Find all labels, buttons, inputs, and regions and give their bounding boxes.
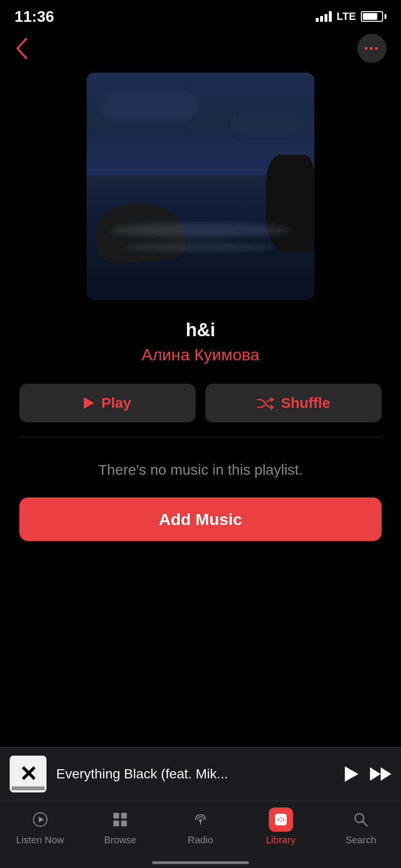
album-x-mark: ✕ [19, 763, 37, 785]
shuffle-icon [257, 396, 274, 410]
radio-icon [188, 807, 213, 832]
tab-bar: Listen Now Browse Radio [0, 800, 401, 868]
tab-library-label: Library [266, 835, 295, 846]
album-art-container [0, 68, 401, 315]
svg-rect-5 [121, 821, 127, 826]
svg-rect-4 [113, 821, 119, 826]
play-button[interactable]: Play [19, 384, 196, 422]
tab-search-label: Search [345, 835, 376, 846]
home-indicator [152, 861, 249, 864]
tab-listen-now-label: Listen Now [16, 835, 64, 846]
mini-track-info: Everything Black (feat. Mik... [56, 766, 335, 782]
empty-message: There's no music in this playlist. [19, 462, 382, 478]
status-time: 11:36 [15, 8, 54, 26]
status-icons: LTE [316, 10, 386, 23]
tab-radio[interactable]: Radio [160, 807, 241, 846]
signal-bars [316, 11, 332, 22]
album-art [87, 73, 314, 300]
tab-browse[interactable]: Browse [80, 807, 161, 846]
lte-label: LTE [337, 10, 356, 23]
svg-rect-2 [113, 813, 119, 819]
play-label: Play [101, 395, 131, 411]
browse-icon [108, 807, 132, 832]
shuffle-button[interactable]: Shuffle [205, 384, 382, 422]
mini-playback-controls [345, 766, 391, 782]
status-bar: 11:36 LTE [0, 0, 401, 29]
tab-browse-label: Browse [104, 835, 137, 846]
more-icon: ••• [364, 42, 380, 55]
song-title: h&i [19, 320, 382, 341]
back-button[interactable] [15, 37, 29, 60]
svg-line-11 [363, 822, 367, 826]
listen-now-icon [28, 807, 52, 832]
nav-bar: ••• [0, 29, 401, 68]
svg-marker-1 [39, 817, 44, 822]
mini-track-title: Everything Black (feat. Mik... [56, 766, 335, 782]
tab-library[interactable]: Library [241, 807, 321, 846]
add-music-button[interactable]: Add Music [19, 497, 382, 541]
svg-rect-3 [121, 813, 127, 819]
mini-player[interactable]: ✕ Everything Black (feat. Mik... [0, 747, 401, 800]
more-button[interactable]: ••• [357, 34, 386, 63]
play-icon [84, 397, 94, 409]
tab-listen-now[interactable]: Listen Now [0, 807, 80, 846]
playback-controls: Play Shuffle [0, 379, 401, 437]
song-info: h&i Алина Куимова [0, 315, 401, 379]
mini-album-art: ✕ [10, 756, 46, 792]
mini-fast-forward-button[interactable] [370, 767, 391, 781]
add-music-label: Add Music [159, 510, 242, 529]
shuffle-label: Shuffle [281, 395, 330, 411]
search-icon [349, 807, 373, 832]
mini-play-button[interactable] [345, 766, 358, 782]
battery-indicator [361, 11, 386, 22]
library-icon-active [269, 807, 293, 832]
song-artist: Алина Куимова [19, 345, 382, 364]
svg-point-9 [279, 818, 282, 821]
tab-radio-label: Radio [188, 835, 213, 846]
empty-playlist-section: There's no music in this playlist. Add M… [0, 437, 401, 556]
tab-search[interactable]: Search [321, 807, 401, 846]
